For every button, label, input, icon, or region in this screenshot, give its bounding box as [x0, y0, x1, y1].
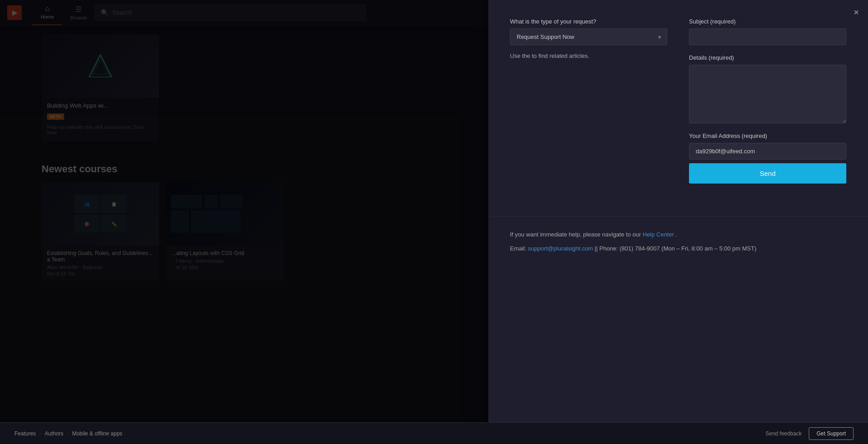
modal-footer: If you want immediate help, please navig… — [488, 216, 868, 274]
support-email-link[interactable]: support@pluralsight.com — [528, 245, 593, 252]
get-support-button[interactable]: Get Support — [809, 427, 854, 440]
send-button[interactable]: Send — [689, 163, 846, 184]
features-link[interactable]: Features — [14, 430, 36, 437]
modal-body: What is the type of your request? Reques… — [488, 0, 868, 216]
bottom-nav-links: Features · Authors · Mobile & offline ap… — [14, 430, 123, 437]
modal-overlay: × What is the type of your request? Requ… — [0, 0, 868, 444]
modal-right-col: Subject (required) Details (required) Yo… — [689, 18, 846, 184]
mobile-apps-link[interactable]: Mobile & offline apps — [72, 430, 122, 437]
details-label: Details (required) — [689, 54, 846, 61]
subject-label: Subject (required) — [689, 18, 846, 25]
contact-info: Email: support@pluralsight.com || Phone:… — [510, 245, 846, 252]
modal-close-button[interactable]: × — [854, 7, 859, 18]
request-type-label: What is the type of your request? — [510, 18, 667, 25]
subject-input[interactable] — [689, 28, 846, 45]
use-the-paragraph: Use the to find related articles. — [510, 52, 667, 59]
help-center-paragraph: If you want immediate help, please navig… — [510, 231, 846, 238]
support-modal: × What is the type of your request? Requ… — [488, 0, 868, 444]
request-type-select[interactable]: Request Support Now Report a Bug Feature… — [510, 28, 667, 45]
sep-1: · — [39, 430, 41, 437]
bottom-footer-bar: Features · Authors · Mobile & offline ap… — [0, 422, 868, 444]
request-type-wrapper: Request Support Now Report a Bug Feature… — [510, 28, 667, 45]
sep-2: · — [67, 430, 68, 437]
email-input[interactable] — [689, 143, 846, 160]
email-label: Your Email Address (required) — [689, 132, 846, 139]
authors-link[interactable]: Authors — [45, 430, 63, 437]
details-textarea[interactable] — [689, 65, 846, 123]
send-feedback-link[interactable]: Send feedback — [765, 430, 802, 437]
modal-left-col: What is the type of your request? Reques… — [510, 18, 667, 184]
bottom-right-actions: Send feedback Get Support — [765, 427, 854, 440]
help-center-link[interactable]: Help Center — [642, 231, 674, 238]
modal-main-section: What is the type of your request? Reques… — [510, 18, 846, 184]
